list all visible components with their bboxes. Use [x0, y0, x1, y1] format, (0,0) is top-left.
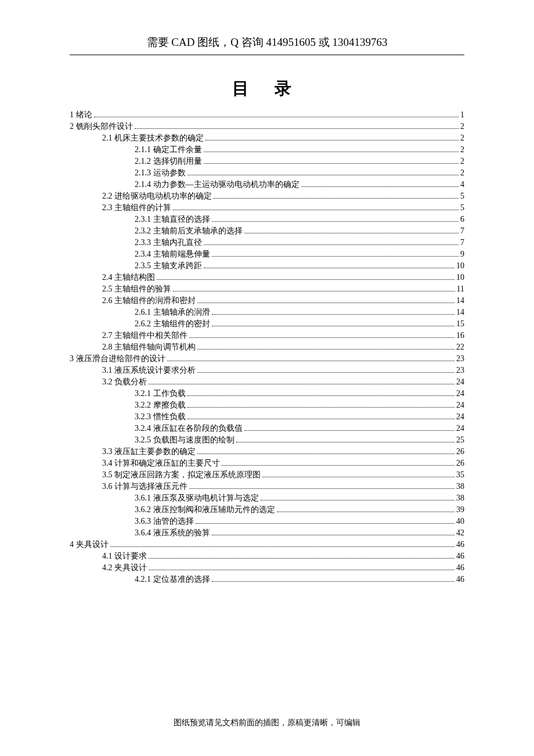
toc-entry-text: 2.4 主轴结构图	[102, 273, 155, 282]
toc-entry-text: 2.1.1 确定工件余量	[135, 146, 202, 154]
toc-entry: 2.8 主轴组件轴向调节机构22	[70, 343, 464, 351]
toc-entry: 2.1.4 动力参数—主运动驱动电动机功率的确定4	[70, 181, 464, 189]
toc-leader-dots	[212, 535, 455, 535]
toc-entry-page: 2	[460, 169, 464, 177]
toc-entry-page: 46	[456, 575, 464, 584]
toc-entry: 2.3.3 主轴内孔直径7	[70, 239, 464, 247]
toc-leader-dots	[212, 221, 459, 222]
toc-entry-text: 2.3.1 主轴直径的选择	[135, 215, 210, 224]
toc-entry-text: 3.2 负载分析	[102, 378, 147, 386]
page-footer: 图纸预览请见文档前面的插图，原稿更清晰，可编辑	[0, 718, 534, 728]
toc-leader-dots	[94, 117, 459, 117]
toc-entry-page: 2	[460, 134, 464, 142]
toc-entry-text: 3.6.3 油管的选择	[135, 517, 194, 525]
toc-entry: 4 夹具设计46	[70, 541, 464, 549]
toc-leader-dots	[197, 372, 454, 373]
toc-entry-page: 46	[456, 564, 464, 572]
toc-leader-dots	[110, 546, 455, 547]
toc-leader-dots	[149, 558, 454, 559]
toc-entry-text: 2.1.3 运动参数	[135, 169, 186, 177]
toc-entry-page: 24	[456, 401, 464, 409]
toc-entry-page: 23	[456, 355, 464, 363]
table-of-contents: 1 绪论12 铣削头部件设计22.1 机床主要技术参数的确定22.1.1 确定工…	[70, 111, 464, 584]
toc-entry-text: 2.6 主轴组件的润滑和密封	[102, 297, 196, 305]
toc-entry-text: 3.6.1 液压泵及驱动电机计算与选定	[135, 494, 259, 502]
toc-leader-dots	[197, 453, 454, 454]
toc-leader-dots	[205, 140, 459, 141]
toc-entry-text: 3.6 计算与选择液压元件	[102, 483, 187, 491]
toc-entry: 2.1.2 选择切削用量2	[70, 157, 464, 165]
toc-leader-dots	[197, 349, 454, 350]
toc-entry-text: 4.1 设计要求	[102, 552, 147, 560]
toc-leader-dots	[189, 337, 454, 338]
toc-entry-page: 38	[456, 483, 464, 491]
toc-leader-dots	[261, 500, 455, 501]
toc-entry: 3.2.1 工作负载24	[70, 390, 464, 398]
toc-leader-dots	[204, 268, 455, 268]
toc-leader-dots	[187, 419, 455, 419]
toc-entry: 3.6.2 液压控制阀和液压辅助元件的选定39	[70, 506, 464, 514]
toc-entry: 2.5 主轴组件的验算11	[70, 285, 464, 293]
toc-entry: 3.2 负载分析24	[70, 378, 464, 386]
toc-entry-page: 38	[456, 494, 464, 502]
toc-entry-text: 2.8 主轴组件轴向调节机构	[102, 343, 196, 351]
toc-entry-page: 2	[460, 146, 464, 154]
toc-entry: 2.3.4 主轴前端悬伸量9	[70, 250, 464, 258]
toc-entry: 2.6.2 主轴组件的密封15	[70, 320, 464, 328]
toc-entry: 2.1.1 确定工件余量2	[70, 146, 464, 154]
toc-entry: 2.6.1 主轴轴承的润滑14	[70, 308, 464, 316]
toc-entry-text: 2.1.4 动力参数—主运动驱动电动机功率的确定	[135, 181, 300, 189]
toc-leader-dots	[204, 244, 459, 245]
toc-entry-text: 3.2.2 摩擦负载	[135, 401, 186, 409]
toc-entry-text: 2.2 进给驱动电动机功率的确定	[102, 192, 212, 200]
toc-entry-text: 3.5 制定液压回路方案，拟定液压系统原理图	[102, 471, 261, 479]
toc-leader-dots	[222, 465, 454, 466]
toc-entry: 3.6.3 油管的选择40	[70, 517, 464, 525]
toc-leader-dots	[262, 477, 454, 477]
toc-leader-dots	[167, 361, 455, 361]
toc-entry-page: 14	[456, 297, 464, 305]
toc-entry-text: 2.6.1 主轴轴承的润滑	[135, 308, 210, 316]
toc-entry-page: 14	[456, 308, 464, 316]
toc-entry-page: 39	[456, 506, 464, 514]
toc-entry-page: 2	[460, 123, 464, 131]
toc-entry: 2.3.5 主轴支承跨距10	[70, 262, 464, 270]
toc-entry-page: 25	[456, 436, 464, 444]
toc-entry-page: 35	[456, 471, 464, 479]
toc-leader-dots	[301, 186, 459, 187]
toc-entry: 3 液压滑台进给部件的设计23	[70, 355, 464, 363]
toc-entry-text: 3.2.1 工作负载	[135, 390, 186, 398]
toc-entry-text: 2.3 主轴组件的计算	[102, 204, 171, 212]
toc-leader-dots	[277, 512, 455, 512]
toc-leader-dots	[157, 279, 454, 280]
toc-entry: 3.6.1 液压泵及驱动电机计算与选定38	[70, 494, 464, 502]
toc-entry-page: 24	[456, 378, 464, 386]
toc-entry-page: 24	[456, 424, 464, 433]
toc-entry-text: 2.3.2 主轴前后支承轴承的选择	[135, 227, 243, 235]
toc-leader-dots	[212, 256, 459, 257]
toc-entry-page: 11	[457, 285, 464, 293]
toc-entry-text: 3.2.3 惯性负载	[135, 413, 186, 421]
toc-entry-text: 3.6.2 液压控制阀和液压辅助元件的选定	[135, 506, 275, 514]
toc-entry: 3.1 液压系统设计要求分析23	[70, 366, 464, 375]
toc-entry-page: 26	[456, 459, 464, 467]
toc-entry-text: 2.1 机床主要技术参数的确定	[102, 134, 204, 142]
toc-entry-page: 2	[460, 157, 464, 165]
toc-entry-text: 3.2.5 负载图与速度图的绘制	[135, 436, 234, 444]
page-header: 需要 CAD 图纸，Q 咨询 414951605 或 1304139763	[70, 35, 464, 55]
toc-leader-dots	[187, 407, 455, 408]
toc-entry: 2.1.3 运动参数2	[70, 169, 464, 177]
toc-leader-dots	[212, 581, 455, 582]
toc-entry: 2 铣削头部件设计2	[70, 123, 464, 131]
toc-entry-page: 15	[456, 320, 464, 328]
toc-entry-text: 2.6.2 主轴组件的密封	[135, 320, 210, 328]
toc-entry: 3.6.4 液压系统的验算42	[70, 529, 464, 537]
toc-entry: 2.3.1 主轴直径的选择6	[70, 215, 464, 224]
toc-entry-text: 2.3.5 主轴支承跨距	[135, 262, 202, 270]
toc-leader-dots	[212, 326, 455, 326]
toc-entry-text: 3.4 计算和确定液压缸的主要尺寸	[102, 459, 220, 467]
toc-entry: 2.7 主轴组件中相关部件16	[70, 332, 464, 340]
toc-entry: 3.2.3 惯性负载24	[70, 413, 464, 421]
toc-entry-page: 16	[456, 332, 464, 340]
toc-title: 目 录	[70, 77, 464, 100]
